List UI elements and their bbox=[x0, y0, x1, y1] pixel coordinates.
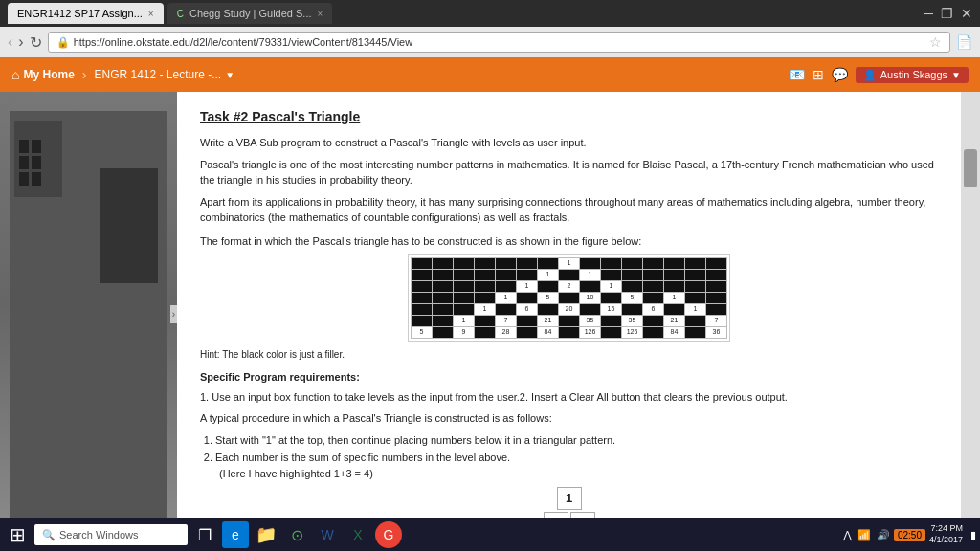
windows-start-btn[interactable]: ⊞ bbox=[4, 521, 31, 548]
lock-icon: 🔒 bbox=[56, 36, 70, 49]
toolbar-icons: 📄 bbox=[956, 34, 972, 50]
pascal-grid: 1 bbox=[411, 257, 727, 339]
highlight-text: (Here I have highlighted 1+3 = 4) bbox=[219, 468, 373, 479]
triangle-visual: 1 bbox=[200, 254, 938, 342]
hint-text: Hint: The black color is just a filler. bbox=[200, 347, 938, 362]
taskbar: ⊞ 🔍 Search Windows ❐ e 📁 ⊙ W X G ⋀ 📶 🔊 0… bbox=[0, 518, 980, 551]
header-right: 📧 ⊞ 💬 👤 Austin Skaggs ▼ bbox=[789, 67, 969, 83]
restore-btn[interactable]: ❐ bbox=[941, 6, 953, 21]
doc-intro: Write a VBA Sub program to construct a P… bbox=[200, 135, 938, 151]
sidebar-left: › bbox=[0, 92, 177, 518]
doc-title: Task #2 Pascal's Triangle bbox=[200, 107, 938, 127]
forward-btn[interactable]: › bbox=[18, 33, 23, 51]
specific-title: Specific Program requirements: bbox=[200, 369, 938, 386]
taskbar-edge-icon[interactable]: e bbox=[222, 521, 249, 548]
taskbar-datetime: 7:24 PM 4/1/2017 bbox=[929, 523, 963, 545]
scroll-handle[interactable] bbox=[964, 149, 977, 187]
taskbar-word-icon[interactable]: W bbox=[314, 521, 341, 548]
step1: Start with "1" at the top, then continue… bbox=[215, 432, 938, 449]
search-label: Search Windows bbox=[59, 529, 139, 540]
home-link[interactable]: ⌂ My Home bbox=[11, 67, 75, 82]
back-btn[interactable]: ‹ bbox=[8, 33, 12, 51]
bottom-pascal: 1 bbox=[200, 487, 938, 510]
step2: Each number is the sum of specific numbe… bbox=[215, 450, 938, 481]
pdf-icon: 📄 bbox=[956, 34, 972, 50]
active-tab[interactable]: ENGR1412 SP17 Assign... × bbox=[8, 3, 164, 24]
bottom-pascal-row2: 1 1 bbox=[200, 512, 938, 518]
user-dropdown-icon: ▼ bbox=[951, 70, 961, 80]
title-bar: ENGR1412 SP17 Assign... × C Chegg Study … bbox=[0, 0, 980, 27]
volume-icon[interactable]: 🔊 bbox=[877, 529, 890, 541]
home-label: My Home bbox=[23, 68, 74, 81]
window-controls: ─ ❐ ✕ bbox=[924, 6, 972, 21]
taskbar-browser2-icon[interactable]: G bbox=[375, 521, 402, 548]
tab2-close[interactable]: × bbox=[318, 9, 323, 19]
network-icon[interactable]: 📶 bbox=[858, 529, 871, 541]
taskbar-search[interactable]: 🔍 Search Windows bbox=[34, 524, 188, 545]
breadcrumb-dropdown-icon[interactable]: ▼ bbox=[225, 70, 234, 80]
address-text: https://online.okstate.edu/d2l/le/conten… bbox=[74, 36, 413, 48]
search-icon: 🔍 bbox=[42, 529, 56, 541]
taskbar-date: 4/1/2017 bbox=[929, 535, 963, 546]
clock-display: 02:50 bbox=[894, 529, 925, 541]
tab1-close[interactable]: × bbox=[148, 9, 154, 19]
steps-list: Start with "1" at the top, then continue… bbox=[215, 432, 938, 482]
taskbar-excel-icon[interactable]: X bbox=[345, 521, 371, 548]
taskbar-chrome-icon[interactable]: ⊙ bbox=[283, 521, 310, 548]
taskbar-right: ⋀ 📶 🔊 02:50 7:24 PM 4/1/2017 ▮ bbox=[843, 523, 976, 545]
notification-icon[interactable]: 📧 bbox=[789, 67, 805, 82]
minimize-btn[interactable]: ─ bbox=[924, 6, 933, 21]
pascal-cell-1: 1 bbox=[557, 487, 582, 510]
main-area: › Task #2 Pascal's Triangle Write a VBA … bbox=[0, 92, 980, 518]
doc-para1: Pascal's triangle is one of the most int… bbox=[200, 157, 938, 188]
refresh-btn[interactable]: ↻ bbox=[30, 33, 42, 52]
task-view-btn[interactable]: ❐ bbox=[191, 521, 218, 548]
chat-icon[interactable]: 💬 bbox=[832, 67, 848, 82]
req1: 1. Use an input box function to take lev… bbox=[200, 389, 938, 406]
bookmark-icon[interactable]: ☆ bbox=[929, 34, 942, 50]
taskbar-time: 7:24 PM bbox=[929, 523, 963, 535]
home-icon: ⌂ bbox=[11, 67, 19, 82]
doc-para2: Apart from its applications in probabili… bbox=[200, 194, 938, 226]
taskbar-folder-icon[interactable]: 📁 bbox=[253, 521, 279, 548]
doc-format-desc: The format in which the Pascal's triangl… bbox=[200, 233, 938, 250]
breadcrumb-sep1: › bbox=[82, 67, 87, 82]
up-arrow-icon[interactable]: ⋀ bbox=[843, 529, 852, 541]
address-bar[interactable]: 🔒 https://online.okstate.edu/d2l/le/cont… bbox=[48, 32, 950, 53]
document: Task #2 Pascal's Triangle Write a VBA Su… bbox=[177, 92, 961, 518]
breadcrumb-item1[interactable]: ENGR 1412 - Lecture -... ▼ bbox=[94, 68, 234, 81]
address-bar-row: ‹ › ↻ 🔒 https://online.okstate.edu/d2l/l… bbox=[0, 27, 980, 57]
content-area[interactable]: Task #2 Pascal's Triangle Write a VBA Su… bbox=[177, 92, 961, 518]
user-avatar-icon: 👤 bbox=[863, 69, 877, 81]
grid-icon[interactable]: ⊞ bbox=[813, 67, 824, 82]
pascal-cell-1-1: 1 bbox=[544, 512, 568, 518]
tab2-label: Chegg Study | Guided S... bbox=[189, 8, 312, 19]
close-btn[interactable]: ✕ bbox=[961, 6, 972, 21]
user-name: Austin Skaggs bbox=[880, 69, 947, 80]
user-menu[interactable]: 👤 Austin Skaggs ▼ bbox=[856, 67, 969, 83]
show-desktop-btn[interactable]: ▮ bbox=[970, 529, 976, 541]
pascal-cell-1-2: 1 bbox=[570, 512, 595, 518]
tab1-label: ENGR1412 SP17 Assign... bbox=[17, 8, 143, 19]
typical-title: A typical procedure in which a Pascal's … bbox=[200, 410, 938, 427]
scrollbar[interactable] bbox=[961, 92, 980, 518]
breadcrumb-label1: ENGR 1412 - Lecture -... bbox=[94, 68, 221, 81]
app-header: ⌂ My Home › ENGR 1412 - Lecture -... ▼ 📧… bbox=[0, 57, 980, 92]
inactive-tab[interactable]: C Chegg Study | Guided S... × bbox=[167, 3, 333, 24]
sys-tray: ⋀ 📶 🔊 bbox=[843, 529, 890, 541]
